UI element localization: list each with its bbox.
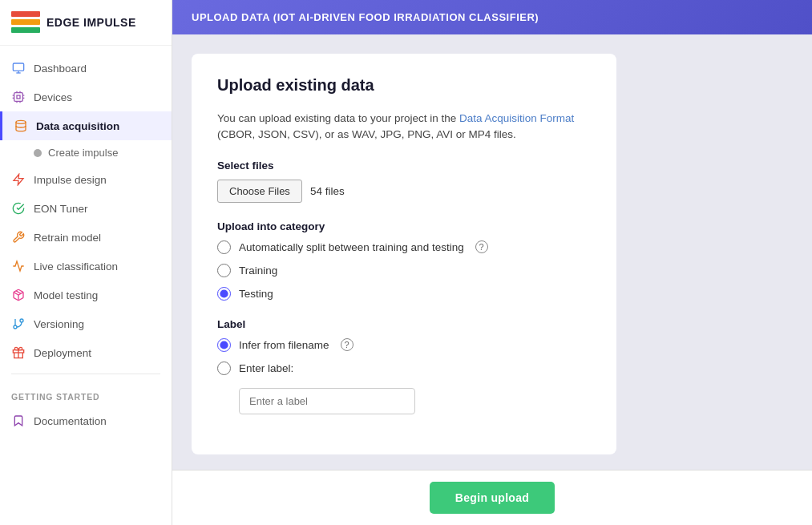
- upload-category-radio-group: Automatically split between training and…: [217, 240, 591, 301]
- radio-training[interactable]: Training: [217, 264, 591, 277]
- radio-infer-filename[interactable]: Infer from filename ?: [217, 338, 591, 352]
- sidebar-item-data-acquisition-label: Data acquisition: [36, 120, 119, 132]
- git-branch-icon: [11, 317, 26, 331]
- zap-icon: [11, 172, 26, 187]
- sidebar-item-eon-tuner[interactable]: EON Tuner: [0, 194, 172, 223]
- top-bar: UPLOAD DATA (IOT AI-DRIVEN FOOD IRRADIAT…: [172, 0, 812, 34]
- sidebar-item-retrain-model-label: Retrain model: [34, 232, 101, 244]
- svg-marker-17: [14, 174, 23, 184]
- getting-started-section-label: GETTING STARTED: [0, 381, 172, 406]
- radio-training-input[interactable]: [217, 264, 231, 277]
- sidebar-item-devices[interactable]: Devices: [0, 83, 172, 111]
- sidebar-item-devices-label: Devices: [34, 91, 72, 103]
- svg-rect-3: [13, 63, 23, 71]
- files-count: 54 files: [310, 185, 345, 197]
- sidebar-item-data-acquisition[interactable]: Data acquisition: [0, 111, 172, 140]
- sidebar-item-live-classification-label: Live classification: [34, 260, 118, 273]
- sidebar-item-deployment[interactable]: Deployment: [0, 338, 172, 367]
- svg-rect-2: [11, 27, 40, 33]
- radio-training-label: Training: [239, 265, 277, 277]
- sidebar-item-live-classification[interactable]: Live classification: [0, 252, 172, 281]
- upload-description: You can upload existing data to your pro…: [217, 111, 591, 143]
- sidebar-divider: [11, 374, 160, 374]
- top-bar-title: UPLOAD DATA (IOT AI-DRIVEN FOOD IRRADIAT…: [192, 11, 539, 23]
- sidebar-sub-item-create-impulse[interactable]: Create impulse: [0, 140, 172, 165]
- svg-rect-0: [11, 11, 40, 17]
- infer-filename-help-icon[interactable]: ?: [341, 338, 353, 351]
- svg-rect-7: [17, 95, 20, 99]
- sidebar-item-dashboard[interactable]: Dashboard: [0, 54, 172, 83]
- sidebar-sub-item-create-impulse-label: Create impulse: [48, 147, 118, 159]
- label-text-input[interactable]: [239, 388, 415, 414]
- svg-point-22: [14, 325, 17, 329]
- edge-impulse-logo-icon: [11, 11, 40, 34]
- radio-testing[interactable]: Testing: [217, 287, 591, 301]
- sidebar-item-deployment-label: Deployment: [34, 347, 91, 359]
- sidebar-item-versioning[interactable]: Versioning: [0, 309, 172, 338]
- bottom-bar: Begin upload: [172, 470, 812, 525]
- sidebar-item-retrain-model[interactable]: Retrain model: [0, 223, 172, 252]
- check-circle-icon: [11, 201, 26, 216]
- sidebar-item-documentation-label: Documentation: [34, 415, 107, 427]
- label-section-label: Label: [217, 318, 591, 330]
- radio-auto-split-label: Automatically split between training and…: [239, 241, 464, 253]
- sidebar-item-versioning-label: Versioning: [34, 318, 84, 330]
- gift-icon: [11, 345, 26, 360]
- sidebar-item-impulse-design-label: Impulse design: [34, 174, 107, 186]
- radio-infer-filename-input[interactable]: [217, 338, 231, 352]
- svg-point-21: [20, 319, 23, 322]
- main-area: UPLOAD DATA (IOT AI-DRIVEN FOOD IRRADIAT…: [172, 0, 812, 525]
- sidebar-item-eon-tuner-label: EON Tuner: [34, 203, 88, 215]
- sidebar-navigation: Dashboard Devices Data acquisition Creat…: [0, 46, 172, 525]
- radio-auto-split[interactable]: Automatically split between training and…: [217, 240, 591, 254]
- cpu-icon: [11, 90, 26, 104]
- sidebar-item-model-testing[interactable]: Model testing: [0, 281, 172, 309]
- radio-enter-label-input[interactable]: [217, 361, 231, 375]
- monitor-icon: [11, 61, 26, 75]
- upload-category-label: Upload into category: [217, 220, 591, 232]
- upload-card: Upload existing data You can upload exis…: [192, 54, 616, 454]
- radio-infer-filename-label: Infer from filename: [239, 339, 329, 351]
- radio-enter-label-label: Enter label:: [239, 362, 293, 374]
- package-icon: [11, 288, 26, 302]
- label-radio-group: Infer from filename ? Enter label:: [217, 338, 591, 414]
- data-acquisition-format-link[interactable]: Data Acquisition Format: [459, 112, 574, 124]
- begin-upload-button[interactable]: Begin upload: [430, 482, 555, 514]
- database-icon: [14, 119, 28, 133]
- main-content: Upload existing data You can upload exis…: [172, 34, 812, 470]
- logo: EDGE IMPULSE: [0, 0, 172, 46]
- svg-rect-1: [11, 19, 40, 25]
- upload-card-title: Upload existing data: [217, 76, 591, 95]
- radio-testing-label: Testing: [239, 288, 273, 300]
- auto-split-help-icon[interactable]: ?: [475, 240, 488, 253]
- sidebar-item-dashboard-label: Dashboard: [34, 63, 87, 75]
- sub-dot-icon: [34, 149, 42, 157]
- svg-rect-6: [14, 93, 23, 102]
- sidebar-item-model-testing-label: Model testing: [34, 289, 98, 301]
- tool-icon: [11, 230, 26, 244]
- logo-text: EDGE IMPULSE: [46, 16, 136, 29]
- activity-icon: [11, 259, 26, 273]
- radio-testing-input[interactable]: [217, 287, 231, 301]
- radio-auto-split-input[interactable]: [217, 240, 231, 254]
- bookmark-icon: [11, 414, 26, 428]
- svg-line-18: [16, 291, 21, 293]
- description-text-2: (CBOR, JSON, CSV), or as WAV, JPG, PNG, …: [217, 128, 516, 140]
- description-text-1: You can upload existing data to your pro…: [217, 112, 459, 124]
- sidebar-item-documentation[interactable]: Documentation: [0, 406, 172, 435]
- file-chooser-row: Choose Files 54 files: [217, 180, 591, 203]
- svg-point-16: [16, 120, 26, 123]
- sidebar: EDGE IMPULSE Dashboard Devices Data acqu…: [0, 0, 172, 525]
- radio-enter-label[interactable]: Enter label:: [217, 361, 591, 375]
- choose-files-button[interactable]: Choose Files: [217, 180, 302, 203]
- select-files-label: Select files: [217, 160, 591, 172]
- sidebar-item-impulse-design[interactable]: Impulse design: [0, 165, 172, 194]
